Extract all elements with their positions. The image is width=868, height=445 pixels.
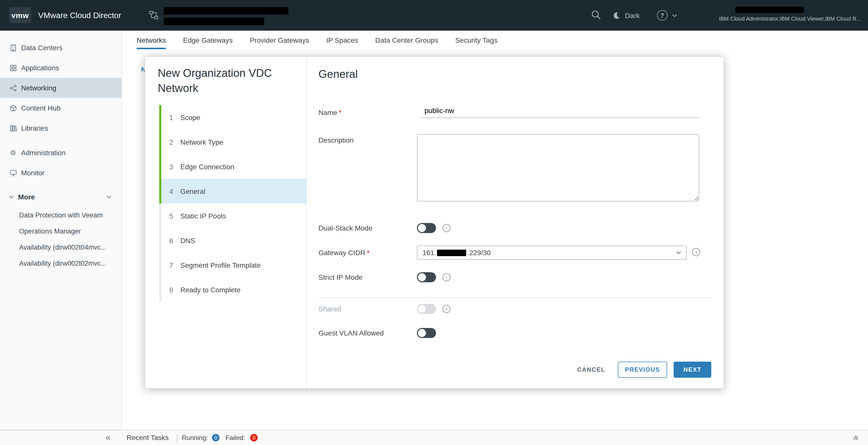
strict-ip-label: Strict IP Mode: [318, 273, 363, 281]
wizard-title: New Organization VDC Network: [158, 66, 296, 96]
applications-icon: [9, 64, 17, 71]
info-icon[interactable]: [692, 248, 700, 256]
step-network-type[interactable]: 2Network Type: [159, 130, 306, 154]
dark-theme-toggle[interactable]: Dark: [612, 0, 640, 31]
sidebar-item-availability-1[interactable]: Availability (dirw002t04mvc...: [0, 239, 122, 255]
content-hub-icon: [9, 104, 17, 112]
search-icon[interactable]: [591, 9, 601, 20]
sidebar-item-operations-manager[interactable]: Operations Manager: [0, 223, 122, 239]
caret-down-icon: [9, 195, 14, 198]
tab-security-tags[interactable]: Security Tags: [455, 31, 498, 49]
wizard-panel-title: General: [318, 68, 358, 81]
vmware-logo[interactable]: vmw: [9, 7, 31, 23]
sidebar-item-content-hub[interactable]: Content Hub: [0, 98, 122, 118]
sidebar-item-libraries[interactable]: Libraries: [0, 118, 122, 138]
description-textarea[interactable]: [417, 134, 699, 201]
user-menu[interactable]: IBM Cloud Administrator,IBM Cloud Viewer…: [687, 0, 868, 31]
new-org-vdc-network-wizard: New Organization VDC Network 1Scope 2Net…: [145, 56, 724, 389]
sidebar-item-administration[interactable]: ⚙ Administration: [0, 142, 122, 163]
gateway-cidr-label: Gateway CIDR*: [318, 249, 370, 257]
failed-count-badge: 0: [250, 434, 258, 442]
step-ready-to-complete[interactable]: 8Ready to Complete: [159, 277, 306, 302]
logo-text: vmw: [11, 11, 29, 19]
name-label: Name*: [318, 108, 342, 117]
user-roles-text: IBM Cloud Administrator,IBM Cloud Viewer…: [719, 15, 861, 22]
sidebar-group-more[interactable]: More: [0, 187, 122, 207]
redacted-user-name: [735, 6, 804, 13]
info-icon[interactable]: [442, 224, 451, 232]
previous-button[interactable]: PREVIOUS: [618, 361, 667, 378]
app-title: VMware Cloud Director: [38, 0, 121, 31]
sidebar-item-data-protection-veeam[interactable]: Data Protection with Veeam: [0, 207, 122, 223]
running-label: Running:: [182, 431, 208, 445]
cancel-button[interactable]: CANCEL: [573, 361, 609, 378]
step-static-ip-pools[interactable]: 5Static IP Pools: [159, 203, 306, 228]
guest-vlan-toggle[interactable]: [417, 328, 436, 338]
tab-data-center-groups[interactable]: Data Center Groups: [375, 31, 438, 49]
description-label: Description: [318, 136, 353, 144]
vmware-cloud-director-app: vmw VMware Cloud Director Dark ? IBM Clo: [0, 0, 868, 445]
name-input[interactable]: [421, 103, 700, 118]
more-label: More: [18, 193, 102, 201]
step-segment-profile-template[interactable]: 7Segment Profile Template: [159, 253, 306, 277]
failed-label: Failed:: [225, 431, 245, 445]
info-icon[interactable]: [442, 273, 451, 281]
strict-ip-toggle[interactable]: [417, 272, 436, 282]
dark-label: Dark: [625, 11, 640, 19]
divider: [177, 434, 177, 442]
tab-provider-gateways[interactable]: Provider Gateways: [250, 31, 309, 49]
running-count-badge: 0: [212, 434, 219, 442]
help-icon: ?: [657, 10, 668, 21]
data-centers-icon: [9, 44, 17, 52]
wizard-steps-panel: New Organization VDC Network 1Scope 2Net…: [145, 57, 307, 388]
shared-label: Shared: [318, 305, 341, 313]
wizard-steps: 1Scope 2Network Type 3Edge Connection 4G…: [159, 105, 306, 302]
networking-tabs: Networks Edge Gateways Provider Gateways…: [122, 31, 868, 49]
redacted-ip-segment: [437, 249, 466, 256]
monitor-icon: [9, 169, 17, 177]
step-scope[interactable]: 1Scope: [159, 105, 306, 130]
step-dns[interactable]: 6DNS: [159, 228, 306, 253]
sidebar-item-data-centers[interactable]: Data Centers: [0, 38, 122, 58]
sidebar-collapse-icon[interactable]: «: [105, 431, 111, 445]
sidebar-item-applications[interactable]: Applications: [0, 58, 122, 78]
expand-tasks-icon[interactable]: [853, 435, 859, 441]
gear-icon: ⚙: [9, 149, 17, 157]
tab-edge-gateways[interactable]: Edge Gateways: [183, 31, 233, 49]
tab-ip-spaces[interactable]: IP Spaces: [326, 31, 358, 49]
next-button[interactable]: NEXT: [674, 361, 711, 378]
required-asterisk: *: [367, 249, 370, 257]
redacted-org-line2: [164, 18, 264, 25]
required-asterisk: *: [339, 108, 342, 117]
dual-stack-label: Dual-Stack Mode: [318, 224, 372, 232]
shared-toggle: [417, 304, 436, 314]
guest-vlan-label: Guest VLAN Allowed: [318, 329, 384, 337]
libraries-icon: [9, 124, 17, 132]
sites-hierarchy-icon: [149, 10, 159, 20]
app-header: vmw VMware Cloud Director Dark ? IBM Clo: [0, 0, 868, 31]
form-divider: [318, 297, 711, 298]
gateway-cidr-select[interactable]: 161..229/30: [417, 246, 687, 260]
step-edge-connection[interactable]: 3Edge Connection: [159, 154, 306, 179]
chevron-down-icon: [106, 195, 112, 198]
sidebar: Data Centers Applications Networking Con…: [0, 31, 122, 430]
moon-icon: [612, 11, 621, 20]
recent-tasks-bar: « Recent Tasks Running: 0 Failed: 0: [0, 430, 868, 445]
tab-networks[interactable]: Networks: [136, 31, 166, 49]
networking-icon: [9, 84, 17, 92]
chevron-down-icon: [676, 251, 681, 254]
step-general[interactable]: 4General: [159, 179, 306, 203]
dual-stack-toggle[interactable]: [417, 223, 436, 233]
sidebar-item-networking[interactable]: Networking: [0, 78, 122, 98]
info-icon[interactable]: [442, 305, 451, 313]
help-menu-button[interactable]: ?: [657, 0, 677, 31]
sidebar-item-monitor[interactable]: Monitor: [0, 163, 122, 183]
recent-tasks-title[interactable]: Recent Tasks: [127, 431, 169, 445]
chevron-down-icon: [672, 14, 677, 17]
redacted-org-line1: [164, 7, 288, 14]
sidebar-item-availability-2[interactable]: Availability (dirw002t02mvc...: [0, 255, 122, 271]
